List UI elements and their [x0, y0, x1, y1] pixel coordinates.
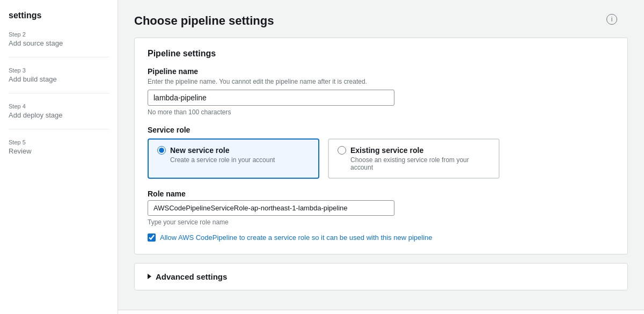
pipeline-name-label: Pipeline name: [148, 67, 614, 76]
new-service-role-radio[interactable]: [157, 146, 166, 155]
new-service-role-card[interactable]: New service role Create a service role i…: [148, 138, 319, 179]
sidebar: settings Step 2 Add source stage Step 3 …: [0, 0, 118, 314]
sidebar-title: settings: [9, 11, 109, 20]
info-icon[interactable]: i: [606, 14, 617, 25]
sidebar-step-5: Step 5 Review: [9, 139, 109, 165]
pipeline-settings-card: Pipeline settings Pipeline name Enter th…: [134, 38, 628, 254]
step-2-label: Add source stage: [9, 39, 63, 47]
new-service-role-header: New service role: [157, 146, 310, 155]
role-name-hint: Type your service role name: [148, 218, 614, 226]
pipeline-name-section: Pipeline name Enter the pipeline name. Y…: [148, 67, 614, 116]
existing-service-role-card[interactable]: Existing service role Choose an existing…: [328, 138, 500, 179]
role-name-label: Role name: [148, 189, 614, 198]
step-3-number: Step 3: [9, 67, 109, 74]
service-role-section: Service role New service role Create a s…: [148, 126, 614, 179]
step-4-number: Step 4: [9, 103, 109, 109]
advanced-settings-card: Advanced settings: [134, 263, 628, 290]
existing-service-role-radio[interactable]: [338, 146, 346, 155]
step-5-label: Review: [9, 147, 32, 155]
page-header: Choose pipeline settings i: [134, 5, 628, 28]
advanced-settings-title: Advanced settings: [156, 272, 227, 281]
sidebar-step-3: Step 3 Add build stage: [9, 67, 109, 93]
service-role-radio-group: New service role Create a service role i…: [148, 138, 614, 179]
chevron-right-icon: [148, 274, 151, 279]
page-title: Choose pipeline settings: [134, 14, 628, 28]
allow-checkbox-row: Allow AWS CodePipeline to create a servi…: [148, 232, 614, 243]
main-content: Choose pipeline settings i Pipeline sett…: [118, 0, 644, 310]
pipeline-name-input[interactable]: [148, 90, 394, 106]
advanced-settings-toggle[interactable]: Advanced settings: [148, 272, 614, 281]
role-name-section: Role name Type your service role name Al…: [148, 189, 614, 243]
new-service-role-desc: Create a service role in your account: [157, 156, 310, 164]
service-role-label: Service role: [148, 126, 614, 134]
pipeline-name-description: Enter the pipeline name. You cannot edit…: [148, 78, 614, 85]
allow-role-checkbox[interactable]: [148, 233, 156, 242]
action-footer: Cancel Next: [118, 310, 644, 315]
step-4-label: Add deploy stage: [9, 111, 62, 119]
pipeline-name-hint: No more than 100 characters: [148, 108, 614, 116]
allow-role-label: Allow AWS CodePipeline to create a servi…: [160, 232, 433, 243]
sidebar-step-2: Step 2 Add source stage: [9, 31, 109, 57]
step-2-number: Step 2: [9, 31, 109, 38]
existing-service-role-desc: Choose an existing service role from you…: [338, 156, 490, 171]
existing-service-role-label: Existing service role: [350, 146, 423, 155]
existing-service-role-header: Existing service role: [338, 146, 490, 155]
step-3-label: Add build stage: [9, 75, 57, 83]
sidebar-step-4: Step 4 Add deploy stage: [9, 103, 109, 129]
step-5-number: Step 5: [9, 139, 109, 145]
pipeline-settings-card-title: Pipeline settings: [148, 49, 614, 59]
role-name-input[interactable]: [148, 200, 394, 216]
new-service-role-label: New service role: [170, 146, 230, 155]
